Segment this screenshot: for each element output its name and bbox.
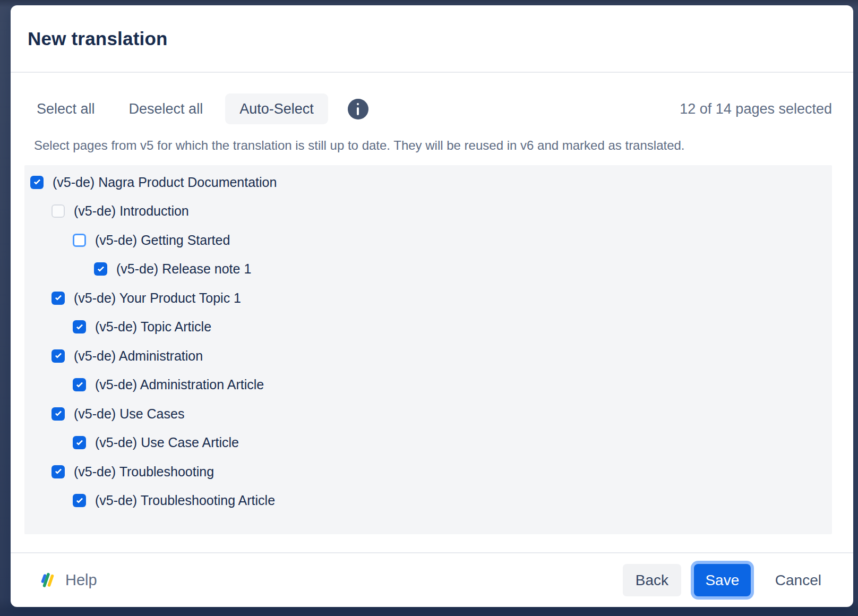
dialog-description: Select pages from v5 for which the trans… xyxy=(34,138,832,153)
info-icon[interactable] xyxy=(348,99,368,119)
tree-item[interactable]: (v5-de) Release note 1 xyxy=(24,255,832,284)
check-icon xyxy=(55,352,62,358)
tree-item-label: (v5-de) Administration Article xyxy=(95,377,264,392)
tree-item[interactable]: (v5-de) Use Case Article xyxy=(24,429,832,458)
auto-select-button[interactable]: Auto-Select xyxy=(225,93,328,124)
tree-item-checkbox[interactable] xyxy=(73,494,86,507)
tree-item[interactable]: (v5-de) Troubleshooting xyxy=(24,457,832,486)
tree-item-label: (v5-de) Introduction xyxy=(74,203,189,219)
tree-item-checkbox[interactable] xyxy=(52,465,65,478)
tree-item[interactable]: (v5-de) Your Product Topic 1 xyxy=(24,284,832,313)
new-translation-dialog: New translation Select all Deselect all … xyxy=(11,5,853,607)
tree-item[interactable]: (v5-de) Troubleshooting Article xyxy=(24,486,832,516)
check-icon xyxy=(97,265,104,272)
check-icon xyxy=(76,323,83,330)
tree-item-checkbox[interactable] xyxy=(52,349,65,363)
help-link[interactable]: Help xyxy=(39,571,97,589)
check-icon xyxy=(76,497,83,503)
tree-item-label: (v5-de) Your Product Topic 1 xyxy=(74,290,241,306)
tree-item-checkbox[interactable] xyxy=(94,262,107,276)
tree-item-label: (v5-de) Troubleshooting Article xyxy=(95,493,275,508)
tree-item-label: (v5-de) Release note 1 xyxy=(116,261,251,277)
dialog-title: New translation xyxy=(28,28,168,49)
tree-item-checkbox[interactable] xyxy=(73,378,86,391)
page-tree: (v5-de) Nagra Product Documentation (v5-… xyxy=(24,165,832,534)
tree-item[interactable]: (v5-de) Nagra Product Documentation xyxy=(24,168,832,197)
deselect-all-button[interactable]: Deselect all xyxy=(129,101,203,117)
dialog-footer: Help Back Save Cancel xyxy=(11,552,853,607)
check-icon xyxy=(55,467,62,474)
cancel-button[interactable]: Cancel xyxy=(775,572,821,589)
tree-item-checkbox[interactable] xyxy=(73,320,86,333)
tree-item-checkbox[interactable] xyxy=(73,436,86,449)
check-icon xyxy=(33,178,40,185)
save-button[interactable]: Save xyxy=(694,564,751,596)
tree-item-checkbox[interactable] xyxy=(52,204,65,218)
check-icon xyxy=(76,439,83,446)
tree-item-checkbox[interactable] xyxy=(30,176,44,189)
check-icon xyxy=(55,409,62,416)
tree-item-label: (v5-de) Administration xyxy=(74,348,203,364)
select-all-button[interactable]: Select all xyxy=(37,101,95,117)
dialog-header: New translation xyxy=(11,5,853,73)
tree-item[interactable]: (v5-de) Getting Started xyxy=(24,226,832,255)
screen-backdrop: New translation Select all Deselect all … xyxy=(0,0,858,616)
tree-item[interactable]: (v5-de) Topic Article xyxy=(24,313,832,342)
selection-count: 12 of 14 pages selected xyxy=(680,101,832,117)
tree-item-label: (v5-de) Getting Started xyxy=(95,233,230,248)
help-label: Help xyxy=(65,571,97,589)
tree-item-label: (v5-de) Nagra Product Documentation xyxy=(53,175,277,190)
tree-item[interactable]: (v5-de) Use Cases xyxy=(24,399,832,429)
tree-item-label: (v5-de) Topic Article xyxy=(95,319,211,335)
tree-item-label: (v5-de) Use Cases xyxy=(74,406,184,422)
tree-item-label: (v5-de) Troubleshooting xyxy=(74,464,214,480)
tree-item-label: (v5-de) Use Case Article xyxy=(95,435,239,450)
selection-toolbar: Select all Deselect all Auto-Select 12 o… xyxy=(37,93,832,124)
three-slashes-logo-icon xyxy=(39,572,56,588)
tree-item-checkbox[interactable] xyxy=(52,292,65,305)
footer-actions: Back Save Cancel xyxy=(623,564,821,596)
dialog-body: Select all Deselect all Auto-Select 12 o… xyxy=(11,73,853,552)
check-icon xyxy=(76,381,83,388)
tree-item[interactable]: (v5-de) Administration Article xyxy=(24,371,832,400)
back-button[interactable]: Back xyxy=(623,564,681,596)
tree-item[interactable]: (v5-de) Administration xyxy=(24,341,832,371)
tree-item[interactable]: (v5-de) Introduction xyxy=(24,197,832,226)
tree-item-checkbox[interactable] xyxy=(52,407,65,421)
tree-item-checkbox[interactable] xyxy=(73,234,86,247)
check-icon xyxy=(55,294,62,301)
